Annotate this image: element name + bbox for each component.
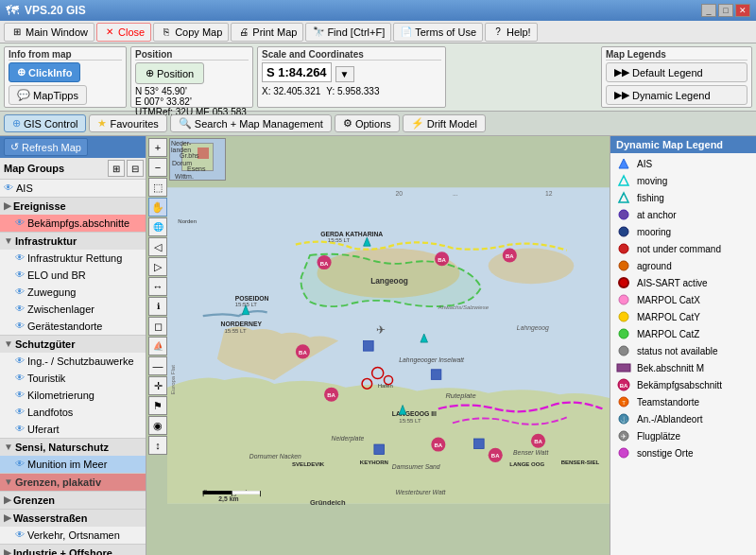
minimize-button[interactable]: _	[701, 4, 716, 17]
print-map-button[interactable]: 🖨 Print Map	[231, 23, 303, 42]
layer-group[interactable]: ▼ Grenzen, plakativ	[0, 473, 146, 491]
layer-item[interactable]: 👁 Munition im Meer	[0, 456, 146, 473]
legend-icon-dynamic: ▶▶	[614, 89, 629, 101]
layer-item[interactable]: 👁 Landfotos	[0, 404, 146, 421]
map-area[interactable]: + − ⬚ ✋ 🌐 ◁ ▷ ↔ ℹ ◻ ⛵ — ✛ ⚑ ◉ ↕	[146, 136, 610, 555]
terms-button[interactable]: 📄 Terms of Use	[393, 23, 483, 42]
line-button[interactable]: —	[148, 356, 167, 375]
layer-item[interactable]: 👁 Gerätestandorte	[0, 318, 146, 335]
find-button[interactable]: 🔭 Find [Ctrl+F]	[305, 23, 391, 42]
info-panel-title: Info from map	[9, 49, 122, 61]
binoculars-icon: 🔭	[312, 26, 325, 39]
help-button[interactable]: ? Help!	[485, 23, 538, 42]
click-info-button[interactable]: ⊕ ClickInfo	[9, 62, 80, 82]
close-button-toolbar[interactable]: ✕ Close	[96, 23, 151, 42]
legend-icon-nuc	[614, 242, 633, 255]
overview-map[interactable]: Neder- landen Dorum Esens Gr.bhs Wittm.	[169, 138, 226, 181]
layer-item[interactable]: 👁 Bekämpfgs.abschnitte	[0, 215, 146, 232]
layer-item[interactable]: 👁 Verkehr, Ortsnamen	[0, 527, 146, 544]
eye-icon: 👁	[15, 388, 25, 403]
layer-item[interactable]: 👁 AIS	[0, 180, 146, 197]
legend-icon-mooring	[614, 225, 633, 238]
svg-text:NORDERNEY: NORDERNEY	[221, 321, 263, 327]
gis-control-button[interactable]: ⊕ GIS Control	[4, 114, 86, 132]
layer-item[interactable]: 👁 ELO und BR	[0, 267, 146, 284]
layer-item[interactable]: 👁 Ing.- / Schutzbauwerke	[0, 353, 146, 370]
scale-dropdown-button[interactable]: ▼	[335, 66, 354, 82]
default-legend-button[interactable]: ▶▶ Default Legend	[606, 62, 747, 82]
layer-item[interactable]: 👁 Touristik	[0, 370, 146, 387]
layer-group[interactable]: ▶ Grenzen	[0, 491, 146, 509]
eye-icon: 👁	[4, 181, 13, 196]
cross-button[interactable]: ✛	[148, 376, 167, 395]
identify-button[interactable]: ℹ	[148, 297, 167, 316]
refresh-map-button[interactable]: ↺ Refresh Map	[4, 138, 88, 156]
pan-button[interactable]: ✋	[148, 198, 167, 217]
drift-model-button[interactable]: ⚡ Drift Model	[403, 114, 486, 132]
svg-point-25	[362, 379, 372, 390]
position-button[interactable]: ⊕ Position	[135, 62, 204, 84]
svg-point-77	[619, 312, 628, 321]
layer-item[interactable]: 👁 Zuwegung	[0, 284, 146, 301]
zoom-rect-button[interactable]: ⬚	[148, 178, 167, 197]
maximize-button[interactable]: □	[718, 4, 733, 17]
svg-text:BA: BA	[506, 253, 514, 259]
legend-icon-default: ▶▶	[614, 66, 629, 78]
svg-line-70	[619, 193, 624, 202]
layer-item[interactable]: 👁 Infrastruktur Rettung	[0, 250, 146, 267]
ship-button[interactable]: ⛵	[148, 337, 167, 356]
measure-button[interactable]: ↔	[148, 277, 167, 296]
eye-icon: 👁	[15, 319, 25, 334]
sidebar-tools: Map Groups ⊞ ⊟	[0, 158, 146, 180]
main-window-button[interactable]: ⊞ Main Window	[4, 23, 94, 42]
svg-text:LANGEOOG III: LANGEOOG III	[392, 410, 437, 417]
collapse-all-button[interactable]: ⊟	[127, 160, 144, 177]
zoom-out-button[interactable]: −	[148, 158, 167, 177]
expand-all-button[interactable]: ⊞	[108, 160, 125, 177]
close-button[interactable]: ✕	[735, 4, 750, 17]
legend-icon-flug: ✈	[614, 429, 633, 442]
svg-marker-20	[242, 305, 249, 315]
options-button[interactable]: ⚙ Options	[335, 114, 400, 132]
svg-point-17	[531, 434, 545, 448]
svg-point-75	[619, 278, 628, 287]
refresh-icon: ↺	[10, 141, 19, 153]
svg-rect-57	[232, 491, 232, 496]
favourites-button[interactable]: ★ Favourites	[89, 114, 166, 132]
search-management-button[interactable]: 🔍 Search + Map Management	[170, 114, 332, 132]
map-svg: BA BA BA BA BA BA BA	[167, 136, 610, 555]
zoom-back-button[interactable]: ◁	[148, 237, 167, 256]
svg-text:Anwachs/Salzwiese: Anwachs/Salzwiese	[438, 304, 490, 310]
layer-item[interactable]: 👁 Zwischenlager	[0, 301, 146, 318]
svg-text:20: 20	[396, 190, 404, 197]
arrow-icon: ▼	[4, 337, 13, 352]
layer-item[interactable]: 👁 Kilometrierung	[0, 387, 146, 404]
layer-group[interactable]: ▼ Infrastruktur	[0, 232, 146, 250]
zoom-world-button[interactable]: 🌐	[148, 217, 167, 236]
info-from-map-panel: Info from map ⊕ ClickInfo 💬 MapTipps	[4, 46, 127, 108]
legend-item: not under command	[612, 240, 754, 257]
toolbar: ⊞ Main Window ✕ Close ⎘ Copy Map 🖨 Print…	[0, 21, 756, 43]
layer-item[interactable]: 👁 Uferart	[0, 421, 146, 438]
select-button[interactable]: ◻	[148, 317, 167, 336]
layer-group[interactable]: ▶ Ereignisse	[0, 197, 146, 215]
svg-text:GERDA KATHARINA: GERDA KATHARINA	[320, 231, 383, 237]
zoom-in-button[interactable]: +	[148, 138, 167, 157]
legend-item: T Teamstandorte	[612, 393, 754, 410]
flag-button[interactable]: ⚑	[148, 396, 167, 415]
map-tipps-button[interactable]: 💬 MapTipps	[9, 85, 87, 105]
dynamic-legend-button[interactable]: ▶▶ Dynamic Legend	[606, 85, 747, 105]
layer-group[interactable]: ▼ Sensi, Naturschutz	[0, 438, 146, 456]
zoom-fwd-button[interactable]: ▷	[148, 257, 167, 276]
legend-icon-bek-m	[614, 361, 633, 374]
copy-map-button[interactable]: ⎘ Copy Map	[153, 23, 229, 42]
svg-text:Gründeich: Gründeich	[310, 498, 346, 507]
layer-group[interactable]: ▼ Schutzgüter	[0, 335, 146, 353]
tool1-button[interactable]: ◉	[148, 416, 167, 435]
svg-marker-69	[619, 193, 628, 202]
svg-point-74	[619, 261, 628, 270]
tool2-button[interactable]: ↕	[148, 436, 167, 455]
layer-group[interactable]: ▶ Industrie + Offshore	[0, 544, 146, 555]
layer-group[interactable]: ▶ Wasserstraßen	[0, 509, 146, 527]
svg-text:BA: BA	[620, 383, 628, 389]
